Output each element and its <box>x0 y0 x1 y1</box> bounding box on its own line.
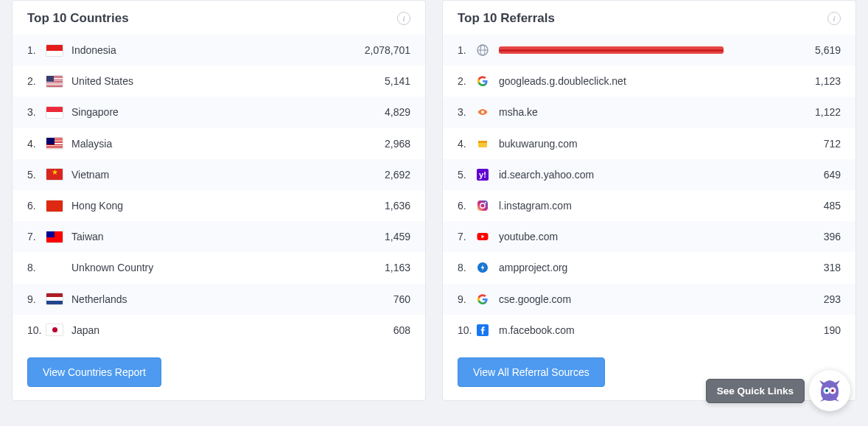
referrals-panel-header: Top 10 Referrals i <box>443 1 855 35</box>
rank: 9. <box>27 293 46 305</box>
country-name: Singapore <box>71 106 385 118</box>
referral-label: l.instagram.com <box>499 200 824 212</box>
referral-row[interactable]: 4.bukuwarung.com712 <box>443 128 855 159</box>
country-row[interactable]: 8.Unknown Country1,163 <box>13 252 425 283</box>
country-name: Indonesia <box>71 44 365 56</box>
country-value: 760 <box>393 293 410 305</box>
rank: 4. <box>458 138 477 150</box>
referral-value: 293 <box>824 293 841 305</box>
rank: 8. <box>27 262 46 273</box>
referral-name: cse.google.com <box>499 293 571 305</box>
rank: 2. <box>458 75 477 87</box>
country-name: Hong Kong <box>71 200 385 212</box>
country-row[interactable]: 2.United States5,141 <box>13 66 425 97</box>
rank: 6. <box>27 200 46 212</box>
countries-panel-header: Top 10 Countries i <box>13 1 425 35</box>
country-row[interactable]: 3.Singapore4,829 <box>13 97 425 128</box>
referral-row[interactable]: 7.youtube.com396 <box>443 221 855 252</box>
rank: 9. <box>458 293 477 305</box>
referral-value: 396 <box>824 231 841 242</box>
country-value: 1,163 <box>385 262 410 273</box>
rank: 1. <box>458 44 477 56</box>
svg-rect-8 <box>477 200 488 211</box>
rank: 7. <box>27 231 46 242</box>
country-value: 2,692 <box>385 169 410 181</box>
country-name: Malaysia <box>71 138 385 150</box>
flag-icon <box>46 45 63 56</box>
country-row[interactable]: 4.Malaysia2,968 <box>13 128 425 159</box>
referral-name: bukuwarung.com <box>499 138 578 150</box>
instagram-icon <box>477 200 489 212</box>
country-value: 2,968 <box>385 138 410 150</box>
referral-name: id.search.yahoo.com <box>499 169 594 181</box>
country-row[interactable]: 1.Indonesia2,078,701 <box>13 35 425 66</box>
referral-value: 1,123 <box>815 75 841 87</box>
countries-panel: Top 10 Countries i 1.Indonesia2,078,7012… <box>12 0 426 401</box>
info-icon[interactable]: i <box>397 12 410 25</box>
referral-row[interactable]: 8.ampproject.org318 <box>443 252 855 283</box>
referral-name: youtube.com <box>499 231 558 242</box>
country-value: 5,141 <box>385 75 410 87</box>
svg-point-10 <box>485 202 486 203</box>
referral-name-redacted <box>499 46 724 54</box>
flag-icon <box>46 262 63 273</box>
referral-row[interactable]: 5.y!id.search.yahoo.com649 <box>443 159 855 190</box>
google-icon <box>477 293 489 305</box>
rank: 10. <box>27 324 46 336</box>
country-value: 608 <box>393 324 410 336</box>
svg-point-18 <box>826 390 827 391</box>
country-name: Taiwan <box>71 231 385 242</box>
referral-row[interactable]: 9.cse.google.com293 <box>443 284 855 315</box>
mascot-avatar-button[interactable] <box>809 370 850 411</box>
referral-label: m.facebook.com <box>499 324 824 336</box>
view-all-referral-sources-button[interactable]: View All Referral Sources <box>458 357 605 387</box>
country-row[interactable]: 6.Hong Kong1,636 <box>13 190 425 221</box>
referral-value: 5,619 <box>815 44 841 56</box>
country-value: 2,078,701 <box>365 44 410 56</box>
referral-value: 1,122 <box>815 106 841 118</box>
rank: 3. <box>458 106 477 118</box>
flag-icon <box>46 293 63 304</box>
info-icon[interactable]: i <box>827 12 841 25</box>
referral-label: bukuwarung.com <box>499 138 824 150</box>
facebook-icon <box>477 324 489 336</box>
referral-row[interactable]: 3.msha.ke1,122 <box>443 97 855 128</box>
referral-label: googleads.g.doubleclick.net <box>499 75 815 87</box>
referral-row[interactable]: 6.l.instagram.com485 <box>443 190 855 221</box>
country-row[interactable]: 9.Netherlands760 <box>13 284 425 315</box>
flag-icon <box>46 76 63 87</box>
country-name: Vietnam <box>71 169 385 181</box>
rank: 2. <box>27 75 46 87</box>
country-row[interactable]: 5.Vietnam2,692 <box>13 159 425 190</box>
rank: 10. <box>458 324 477 336</box>
flag-icon <box>46 231 63 242</box>
warung-icon <box>477 138 489 150</box>
referral-value: 712 <box>824 138 841 150</box>
rank: 5. <box>458 169 477 181</box>
country-row[interactable]: 7.Taiwan1,459 <box>13 221 425 252</box>
country-value: 4,829 <box>385 106 410 118</box>
referral-label: id.search.yahoo.com <box>499 169 824 181</box>
referrals-panel-title: Top 10 Referrals <box>458 11 555 26</box>
flag-icon <box>46 169 63 180</box>
referral-value: 190 <box>824 324 841 336</box>
google-icon <box>477 75 489 87</box>
flag-icon <box>46 138 63 149</box>
amp-icon <box>477 262 489 273</box>
referral-row[interactable]: 10.m.facebook.com190 <box>443 315 855 346</box>
svg-point-19 <box>832 390 833 391</box>
referral-value: 649 <box>824 169 841 181</box>
referral-row[interactable]: 1.5,619 <box>443 35 855 66</box>
flag-icon <box>46 107 63 118</box>
rank: 6. <box>458 200 477 212</box>
rank: 4. <box>27 138 46 150</box>
view-countries-report-button[interactable]: View Countries Report <box>27 357 161 387</box>
referral-row[interactable]: 2.googleads.g.doubleclick.net1,123 <box>443 66 855 97</box>
rank: 5. <box>27 169 46 181</box>
rank: 1. <box>27 44 46 56</box>
see-quick-links-button[interactable]: See Quick Links <box>706 379 805 403</box>
country-row[interactable]: 10.Japan608 <box>13 315 425 346</box>
youtube-icon <box>477 231 489 242</box>
referral-name: l.instagram.com <box>499 200 572 212</box>
rank: 3. <box>27 106 46 118</box>
